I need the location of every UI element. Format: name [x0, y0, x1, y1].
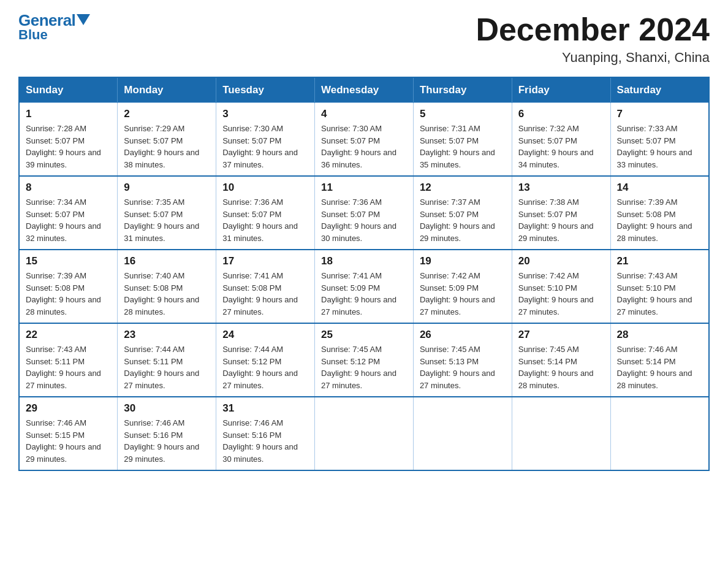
header-tuesday: Tuesday: [216, 77, 315, 103]
table-row: 26Sunrise: 7:45 AMSunset: 5:13 PMDayligh…: [413, 323, 512, 397]
day-number: 10: [222, 182, 308, 194]
day-number: 2: [124, 108, 210, 120]
table-row: 4Sunrise: 7:30 AMSunset: 5:07 PMDaylight…: [315, 103, 414, 177]
day-info: Sunrise: 7:33 AMSunset: 5:07 PMDaylight:…: [617, 123, 702, 170]
page-header: General Blue December 2024 Yuanping, Sha…: [18, 12, 710, 66]
table-row: 10Sunrise: 7:36 AMSunset: 5:07 PMDayligh…: [216, 176, 315, 250]
header-monday: Monday: [118, 77, 216, 103]
header-saturday: Saturday: [610, 77, 709, 103]
header-thursday: Thursday: [413, 77, 512, 103]
day-number: 22: [26, 329, 111, 341]
table-row: 5Sunrise: 7:31 AMSunset: 5:07 PMDaylight…: [413, 103, 512, 177]
day-number: 21: [617, 255, 702, 267]
day-info: Sunrise: 7:44 AMSunset: 5:12 PMDaylight:…: [222, 343, 308, 391]
table-row: [315, 397, 414, 470]
day-info: Sunrise: 7:32 AMSunset: 5:07 PMDaylight:…: [518, 123, 604, 170]
day-number: 14: [617, 182, 702, 194]
day-info: Sunrise: 7:46 AMSunset: 5:16 PMDaylight:…: [222, 417, 308, 465]
day-info: Sunrise: 7:30 AMSunset: 5:07 PMDaylight:…: [222, 123, 308, 170]
day-number: 17: [222, 255, 308, 267]
logo: General Blue: [18, 12, 90, 43]
day-info: Sunrise: 7:30 AMSunset: 5:07 PMDaylight:…: [321, 123, 407, 170]
location: Yuanping, Shanxi, China: [476, 50, 710, 66]
day-info: Sunrise: 7:45 AMSunset: 5:12 PMDaylight:…: [321, 343, 407, 391]
header-wednesday: Wednesday: [315, 77, 414, 103]
table-row: 22Sunrise: 7:43 AMSunset: 5:11 PMDayligh…: [19, 323, 118, 397]
day-info: Sunrise: 7:35 AMSunset: 5:07 PMDaylight:…: [124, 196, 210, 244]
table-row: [610, 397, 709, 470]
day-number: 1: [26, 108, 111, 120]
day-number: 4: [321, 108, 407, 120]
day-info: Sunrise: 7:31 AMSunset: 5:07 PMDaylight:…: [420, 123, 506, 170]
table-row: 1Sunrise: 7:28 AMSunset: 5:07 PMDaylight…: [19, 103, 118, 177]
calendar-week-row: 22Sunrise: 7:43 AMSunset: 5:11 PMDayligh…: [19, 323, 709, 397]
table-row: 21Sunrise: 7:43 AMSunset: 5:10 PMDayligh…: [610, 250, 709, 323]
day-info: Sunrise: 7:37 AMSunset: 5:07 PMDaylight:…: [420, 196, 506, 244]
day-number: 20: [518, 255, 604, 267]
table-row: [413, 397, 512, 470]
day-info: Sunrise: 7:39 AMSunset: 5:08 PMDaylight:…: [617, 196, 702, 244]
header-right: December 2024 Yuanping, Shanxi, China: [476, 12, 710, 66]
calendar-table: Sunday Monday Tuesday Wednesday Thursday…: [18, 77, 710, 471]
table-row: 12Sunrise: 7:37 AMSunset: 5:07 PMDayligh…: [413, 176, 512, 250]
day-number: 11: [321, 182, 407, 194]
day-info: Sunrise: 7:42 AMSunset: 5:09 PMDaylight:…: [420, 270, 506, 318]
day-number: 31: [222, 402, 308, 415]
table-row: 3Sunrise: 7:30 AMSunset: 5:07 PMDaylight…: [216, 103, 315, 177]
logo-arrow-icon: [77, 14, 90, 26]
day-info: Sunrise: 7:39 AMSunset: 5:08 PMDaylight:…: [26, 270, 111, 318]
day-number: 15: [26, 255, 111, 267]
table-row: 29Sunrise: 7:46 AMSunset: 5:15 PMDayligh…: [19, 397, 118, 470]
table-row: 27Sunrise: 7:45 AMSunset: 5:14 PMDayligh…: [512, 323, 610, 397]
table-row: 23Sunrise: 7:44 AMSunset: 5:11 PMDayligh…: [118, 323, 216, 397]
svg-marker-0: [77, 14, 90, 25]
day-info: Sunrise: 7:45 AMSunset: 5:13 PMDaylight:…: [420, 343, 506, 391]
table-row: 15Sunrise: 7:39 AMSunset: 5:08 PMDayligh…: [19, 250, 118, 323]
day-number: 18: [321, 255, 407, 267]
day-info: Sunrise: 7:34 AMSunset: 5:07 PMDaylight:…: [26, 196, 111, 244]
day-info: Sunrise: 7:45 AMSunset: 5:14 PMDaylight:…: [518, 343, 604, 391]
header-friday: Friday: [512, 77, 610, 103]
table-row: [512, 397, 610, 470]
day-info: Sunrise: 7:28 AMSunset: 5:07 PMDaylight:…: [26, 123, 111, 170]
logo-blue-text: Blue: [18, 27, 48, 43]
day-info: Sunrise: 7:44 AMSunset: 5:11 PMDaylight:…: [124, 343, 210, 391]
calendar-week-row: 29Sunrise: 7:46 AMSunset: 5:15 PMDayligh…: [19, 397, 709, 470]
day-number: 30: [124, 402, 210, 415]
table-row: 31Sunrise: 7:46 AMSunset: 5:16 PMDayligh…: [216, 397, 315, 470]
day-number: 3: [222, 108, 308, 120]
calendar-header-row: Sunday Monday Tuesday Wednesday Thursday…: [19, 77, 709, 103]
table-row: 17Sunrise: 7:41 AMSunset: 5:08 PMDayligh…: [216, 250, 315, 323]
table-row: 18Sunrise: 7:41 AMSunset: 5:09 PMDayligh…: [315, 250, 414, 323]
month-title: December 2024: [476, 12, 710, 47]
day-number: 23: [124, 329, 210, 341]
day-number: 24: [222, 329, 308, 341]
day-number: 9: [124, 182, 210, 194]
day-info: Sunrise: 7:36 AMSunset: 5:07 PMDaylight:…: [222, 196, 308, 244]
table-row: 30Sunrise: 7:46 AMSunset: 5:16 PMDayligh…: [118, 397, 216, 470]
table-row: 8Sunrise: 7:34 AMSunset: 5:07 PMDaylight…: [19, 176, 118, 250]
day-info: Sunrise: 7:36 AMSunset: 5:07 PMDaylight:…: [321, 196, 407, 244]
table-row: 16Sunrise: 7:40 AMSunset: 5:08 PMDayligh…: [118, 250, 216, 323]
day-number: 25: [321, 329, 407, 341]
day-info: Sunrise: 7:43 AMSunset: 5:11 PMDaylight:…: [26, 343, 111, 391]
day-info: Sunrise: 7:46 AMSunset: 5:15 PMDaylight:…: [26, 417, 111, 465]
day-info: Sunrise: 7:38 AMSunset: 5:07 PMDaylight:…: [518, 196, 604, 244]
day-info: Sunrise: 7:43 AMSunset: 5:10 PMDaylight:…: [617, 270, 702, 318]
table-row: 7Sunrise: 7:33 AMSunset: 5:07 PMDaylight…: [610, 103, 709, 177]
header-sunday: Sunday: [19, 77, 118, 103]
day-number: 28: [617, 329, 702, 341]
day-number: 19: [420, 255, 506, 267]
day-info: Sunrise: 7:46 AMSunset: 5:16 PMDaylight:…: [124, 417, 210, 465]
day-number: 12: [420, 182, 506, 194]
table-row: 28Sunrise: 7:46 AMSunset: 5:14 PMDayligh…: [610, 323, 709, 397]
day-number: 6: [518, 108, 604, 120]
table-row: 25Sunrise: 7:45 AMSunset: 5:12 PMDayligh…: [315, 323, 414, 397]
table-row: 24Sunrise: 7:44 AMSunset: 5:12 PMDayligh…: [216, 323, 315, 397]
day-number: 27: [518, 329, 604, 341]
calendar-week-row: 1Sunrise: 7:28 AMSunset: 5:07 PMDaylight…: [19, 103, 709, 177]
table-row: 9Sunrise: 7:35 AMSunset: 5:07 PMDaylight…: [118, 176, 216, 250]
logo-general-text: General: [18, 12, 90, 28]
calendar-week-row: 15Sunrise: 7:39 AMSunset: 5:08 PMDayligh…: [19, 250, 709, 323]
day-info: Sunrise: 7:41 AMSunset: 5:09 PMDaylight:…: [321, 270, 407, 318]
